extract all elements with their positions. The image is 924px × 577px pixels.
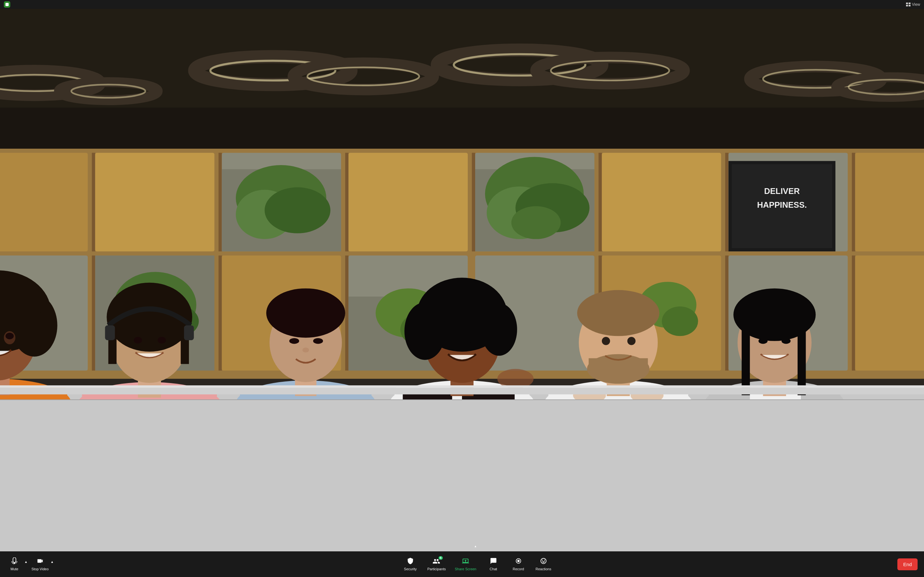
svg-rect-39 (218, 153, 222, 251)
video-scene: DELIVER HAPPINESS. (0, 9, 462, 288)
svg-rect-46 (349, 153, 462, 251)
svg-rect-65 (92, 255, 95, 288)
svg-point-44 (265, 187, 330, 234)
scene-svg: DELIVER HAPPINESS. (0, 9, 462, 288)
svg-rect-70 (218, 255, 222, 288)
main-content: DELIVER HAPPINESS. (0, 9, 462, 288)
zoom-icon-inner (5, 3, 9, 6)
zoom-app-icon (4, 1, 10, 8)
svg-rect-71 (222, 255, 341, 288)
svg-rect-72 (345, 255, 349, 288)
svg-rect-45 (345, 153, 349, 251)
svg-rect-38 (95, 153, 215, 251)
title-bar-left (4, 1, 10, 8)
title-bar: View (0, 0, 462, 9)
svg-rect-37 (92, 153, 95, 251)
svg-rect-36 (0, 153, 88, 251)
